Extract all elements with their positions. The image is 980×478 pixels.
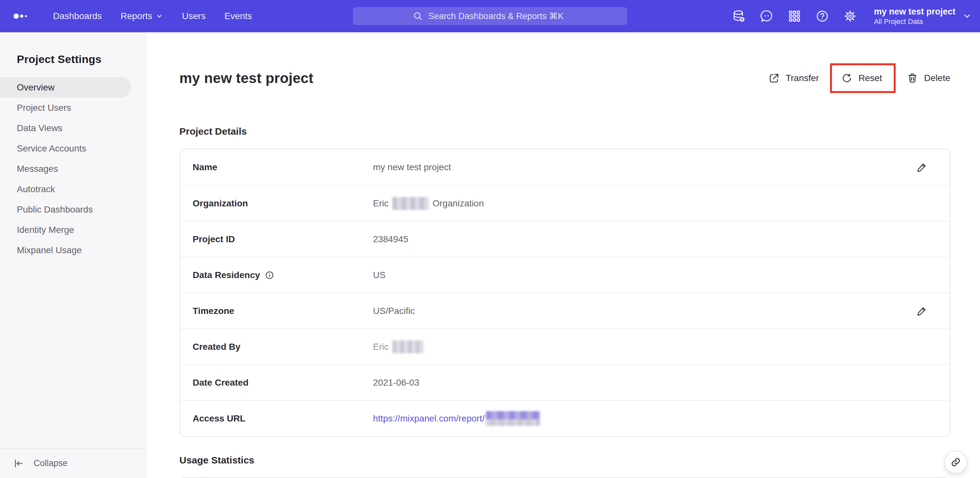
apps-grid-icon[interactable] [788, 9, 802, 23]
sidebar-item-data-views[interactable]: Data Views [0, 118, 147, 138]
nav-reports[interactable]: Reports [121, 11, 163, 21]
sidebar-item-service-accounts[interactable]: Service Accounts [0, 138, 147, 159]
top-nav: Dashboards Reports Users Events [0, 0, 980, 32]
current-project-scope: All Project Data [874, 17, 955, 26]
edit-name-button[interactable] [915, 160, 929, 175]
row-organization: Organization Eric Organization [180, 185, 950, 221]
redacted-text [392, 197, 429, 210]
main-content: my new test project Transfer [147, 32, 980, 478]
edit-timezone-button[interactable] [915, 304, 929, 318]
row-created-by: Created By Eric [180, 329, 950, 364]
collapse-button[interactable]: Collapse [0, 448, 147, 478]
page-header: my new test project Transfer [180, 63, 950, 93]
sidebar-title: Project Settings [17, 53, 147, 65]
data-management-icon[interactable] [732, 9, 746, 23]
redacted-text [486, 411, 540, 426]
collapse-label: Collapse [33, 458, 68, 468]
nav-users[interactable]: Users [182, 11, 205, 21]
project-details-card: Name my new test project Organization Er… [180, 149, 950, 437]
row-timezone: Timezone US/Pacific [180, 292, 950, 329]
pencil-icon [916, 305, 928, 317]
mixpanel-app: Dashboards Reports Users Events [0, 0, 980, 478]
chevron-down-icon [156, 12, 163, 20]
sidebar-item-mixpanel-usage[interactable]: Mixpanel Usage [0, 240, 147, 260]
support-chat-icon[interactable] [760, 9, 774, 23]
usage-statistics-heading: Usage Statistics [180, 455, 950, 466]
nav-events[interactable]: Events [224, 11, 252, 21]
chevron-down-icon [963, 12, 972, 21]
sidebar-item-messages[interactable]: Messages [0, 159, 147, 179]
pencil-icon [916, 162, 928, 173]
external-link-icon [768, 72, 780, 84]
sidebar-item-autotrack[interactable]: Autotrack [0, 179, 147, 199]
settings-icon[interactable] [843, 9, 857, 23]
search-input[interactable] [428, 11, 567, 21]
sidebar: Project Settings Overview Project Users … [0, 32, 147, 478]
nav-right-cluster: my new test project All Project Data [732, 6, 972, 26]
info-icon[interactable] [265, 270, 274, 280]
nav-dashboards[interactable]: Dashboards [53, 11, 102, 21]
share-link-button[interactable] [945, 451, 967, 473]
sidebar-item-overview[interactable]: Overview [0, 77, 131, 97]
mixpanel-logo[interactable] [13, 11, 32, 21]
project-details-heading: Project Details [180, 126, 950, 137]
row-name: Name my new test project [180, 149, 950, 185]
project-actions: Transfer Reset [768, 63, 950, 93]
row-data-residency: Data Residency US [180, 257, 950, 292]
help-icon[interactable] [815, 9, 829, 23]
current-project-name: my new test project [874, 6, 955, 17]
row-date-created: Date Created 2021-06-03 [180, 364, 950, 400]
refresh-icon [841, 72, 853, 84]
sidebar-item-project-users[interactable]: Project Users [0, 97, 147, 118]
row-project-id: Project ID 2384945 [180, 221, 950, 257]
collapse-icon [13, 458, 24, 469]
redacted-text [392, 340, 423, 353]
sidebar-item-public-dashboards[interactable]: Public Dashboards [0, 199, 147, 220]
page-title: my new test project [180, 70, 313, 86]
trash-icon [907, 72, 918, 84]
transfer-button[interactable]: Transfer [768, 72, 819, 84]
project-switcher[interactable]: my new test project All Project Data [874, 6, 972, 26]
sidebar-menu: Overview Project Users Data Views Servic… [0, 77, 147, 260]
primary-nav: Dashboards Reports Users Events [53, 11, 252, 21]
row-access-url: Access URL https://mixpanel.com/report/ [180, 400, 950, 436]
delete-button[interactable]: Delete [907, 72, 950, 84]
reset-button[interactable]: Reset [841, 72, 882, 84]
access-url-link[interactable]: https://mixpanel.com/report/ [373, 413, 485, 424]
sidebar-item-identity-merge[interactable]: Identity Merge [0, 220, 147, 240]
search-bar[interactable] [353, 7, 627, 25]
mixpanel-logo-icon [13, 11, 32, 21]
search-icon [413, 11, 423, 21]
link-icon [950, 456, 962, 468]
annotation-highlight: Reset [830, 63, 896, 93]
